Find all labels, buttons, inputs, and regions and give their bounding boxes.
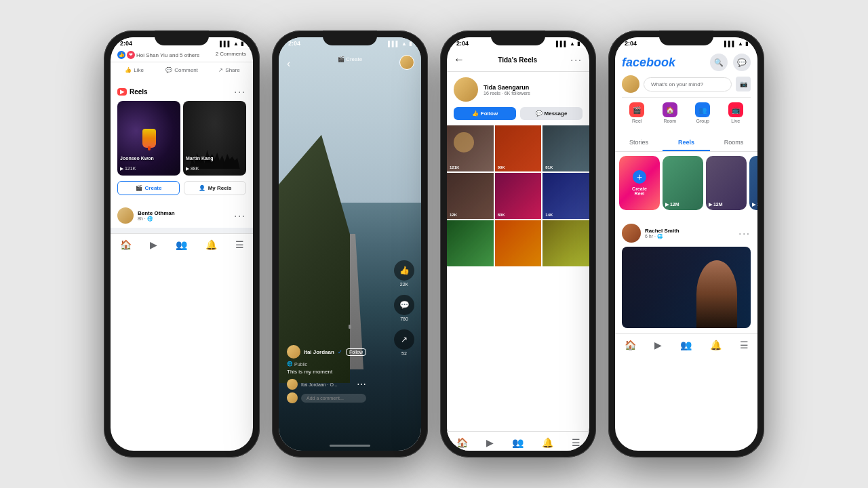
reels-menu[interactable]: ··· — [234, 86, 246, 97]
like-button[interactable]: 👍 Like — [111, 65, 158, 75]
post-menu[interactable]: ··· — [234, 210, 246, 221]
food-count-1: 121K — [450, 165, 459, 169]
food-cell-4[interactable]: 12K — [447, 173, 494, 219]
spacer-1 — [111, 228, 253, 233]
group-create-icon: 👥 — [695, 102, 710, 117]
live-icon[interactable]: 📷 — [736, 77, 751, 92]
nav-friends-4[interactable]: 👥 — [680, 340, 692, 350]
what-input[interactable]: What's on your mind? — [644, 77, 732, 92]
post-username: Bente Othman — [138, 210, 230, 216]
share-button[interactable]: ↗ Share — [205, 65, 253, 75]
like-action[interactable]: 👍 22K — [394, 260, 414, 287]
nav-bell-3[interactable]: 🔔 — [542, 437, 553, 448]
comment-action[interactable]: 💬 780 — [394, 295, 414, 321]
tab-rooms[interactable]: Rooms — [710, 135, 757, 151]
create-room-item[interactable]: 🏠 Room — [655, 100, 686, 125]
tidas-header: ← Tida's Reels ··· — [447, 48, 589, 72]
post-avatar — [117, 207, 134, 224]
food-cell-5[interactable]: 80K — [495, 173, 542, 219]
reels-title: ▶ Reels — [117, 88, 148, 96]
reel-user-avatar-btn[interactable] — [399, 55, 414, 70]
nav-video-1[interactable]: ▶ — [150, 239, 157, 250]
food-cell-6[interactable]: 14K — [542, 173, 589, 219]
story-item-3[interactable]: ▶ 12K — [749, 156, 757, 210]
nav-bell-1[interactable]: 🔔 — [205, 239, 217, 250]
create-btn-label: 🎬 Create — [338, 56, 362, 62]
tidas-menu[interactable]: ··· — [570, 54, 583, 65]
comment-more[interactable]: ⋯ — [357, 379, 366, 390]
story-play-1: ▶ 12M — [665, 202, 679, 207]
tidas-profile: Tida Saengarun 16 reels · 6K followers — [447, 72, 589, 107]
rachel-avatar — [622, 224, 641, 243]
phone-4: 2:04 ▌▌▌ ▲ ▮ facebook 🔍 💬 What's on your… — [608, 30, 764, 458]
nav-video-3[interactable]: ▶ — [486, 437, 494, 448]
food-cell-9[interactable] — [542, 220, 589, 266]
phone-notch-2 — [323, 30, 377, 45]
create-reel-story[interactable]: + CreateReel — [619, 156, 660, 210]
create-group-item[interactable]: 👥 Group — [688, 100, 718, 125]
my-reels-button[interactable]: 👤 My Reels — [184, 181, 246, 195]
food-cell-7[interactable] — [447, 220, 494, 266]
post-menu-4[interactable]: ··· — [738, 228, 751, 239]
nav-menu-4[interactable]: ☰ — [740, 340, 749, 350]
create-reel-item[interactable]: 🎬 Reel — [622, 100, 652, 125]
like-circle: 👍 — [394, 260, 414, 281]
food-cell-8[interactable] — [495, 220, 542, 266]
reel-label: Reel — [632, 119, 642, 123]
create-row: 🎬 Reel 🏠 Room 👥 Group 📺 Live — [622, 97, 751, 128]
tidas-message-button[interactable]: 💬 Message — [520, 107, 583, 120]
share-circle: ↗ — [394, 329, 414, 350]
globe-icon: 🌐 — [287, 361, 293, 367]
search-button[interactable]: 🔍 — [710, 54, 728, 71]
back-button[interactable]: ‹ — [287, 58, 290, 70]
food-cell-3[interactable]: 81K — [542, 125, 589, 171]
signal-1: ▌▌▌ — [220, 41, 231, 47]
reels-buttons: 🎬 Create 👤 My Reels — [117, 181, 246, 195]
create-reel-button[interactable]: 🎬 Create — [117, 181, 180, 195]
battery-4: ▮ — [745, 41, 748, 47]
group-label: Group — [696, 119, 709, 123]
nav-menu-1[interactable]: ☰ — [235, 239, 244, 250]
add-comment-input[interactable]: Add a comment... — [301, 394, 366, 403]
food-cell-1[interactable]: 121K — [447, 125, 494, 171]
follow-button[interactable]: Follow — [346, 348, 366, 356]
tidas-name: Tida Saengarun — [484, 84, 583, 91]
create-button[interactable]: 🎬 Create — [338, 56, 362, 62]
reel-item-2[interactable]: Martin Kang ▶ 88K — [183, 101, 246, 176]
messenger-button[interactable]: 💬 — [733, 54, 751, 71]
nav-menu-3[interactable]: ☰ — [572, 437, 580, 448]
comment-button[interactable]: 💬 Comment — [158, 65, 205, 75]
tab-row: Stories Reels Rooms — [615, 135, 757, 152]
food-grid: 121K 90K 81K 12K 80K 14K — [447, 125, 589, 266]
nav-home-3[interactable]: 🏠 — [456, 437, 468, 448]
reel-comment-row: Itai Jordaan · O... ⋯ — [287, 379, 366, 390]
tidas-follow-button[interactable]: 👍 Follow — [454, 107, 516, 120]
nav-bell-4[interactable]: 🔔 — [710, 340, 722, 350]
nav-home-4[interactable]: 🏠 — [625, 340, 636, 350]
nav-video-4[interactable]: ▶ — [654, 340, 662, 350]
create-live-item[interactable]: 📺 Live — [721, 100, 751, 125]
nav-friends-1[interactable]: 👥 — [176, 239, 187, 250]
stories-row: + CreateReel ▶ 12M ▶ 12M ▶ 12K — [615, 152, 757, 214]
story-item-2[interactable]: ▶ 12M — [706, 156, 747, 210]
share-action[interactable]: ↗ 52 — [394, 329, 414, 356]
phone-screen-2: 2:04 ▌▌▌ ▲ ▮ ‹ 🎬 Create 👍 22K 💬 780 — [279, 37, 421, 451]
reel-item-1[interactable]: Joonseo Kwon ▶ 121K — [117, 101, 180, 176]
tab-reels[interactable]: Reels — [663, 135, 710, 151]
signal-2: ▌▌▌ — [388, 41, 399, 47]
reel-user-avatar — [287, 345, 300, 359]
food-count-5: 80K — [498, 213, 505, 217]
food-cell-2[interactable]: 90K — [495, 125, 542, 171]
post-time: 8h · 🌐 — [138, 216, 230, 222]
tab-stories[interactable]: Stories — [615, 135, 663, 151]
nav-home-1[interactable]: 🏠 — [120, 239, 132, 250]
myreels-icon: 👤 — [199, 185, 205, 191]
share-count: 52 — [401, 351, 407, 356]
story-item-1[interactable]: ▶ 12M — [663, 156, 703, 210]
wifi-3: ▲ — [570, 41, 575, 47]
car — [349, 325, 351, 329]
comment-preview: Itai Jordaan · O... — [301, 382, 353, 387]
tidas-stats: 16 reels · 6K followers — [484, 91, 583, 96]
nav-friends-3[interactable]: 👥 — [512, 437, 524, 448]
back-icon-3[interactable]: ← — [454, 54, 465, 66]
